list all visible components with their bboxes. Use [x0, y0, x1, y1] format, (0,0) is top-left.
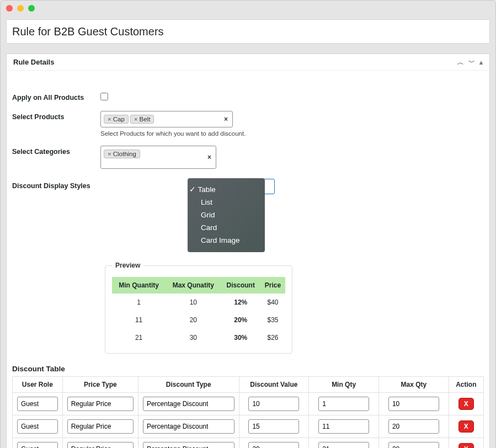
preview-header: Max Qunatity	[166, 277, 221, 294]
discount-header: Min Qty	[309, 377, 379, 393]
max-qty-input[interactable]	[388, 397, 439, 411]
preview-row: 11012%$40	[112, 294, 285, 311]
preview-row: 213030%$26	[112, 329, 285, 346]
discount-header: Max Qty	[379, 377, 449, 393]
panel-header: Rule Details ︿ ﹀ ▴	[7, 54, 489, 71]
delete-row-button[interactable]: X	[458, 398, 474, 410]
display-style-option[interactable]: List	[188, 196, 265, 209]
panel-title: Rule Details	[13, 58, 54, 66]
discount-header: Discount Type	[138, 377, 239, 393]
preview-fieldset: Preview Min QuantityMax QunatityDiscount…	[105, 262, 292, 354]
titlebar	[1, 1, 495, 16]
rule-details-panel: Rule Details ︿ ﹀ ▴ Apply on All Products…	[6, 54, 490, 448]
app-window: Rule for B2B Guest Customers Rule Detail…	[0, 0, 496, 448]
delete-row-button[interactable]: X	[458, 420, 474, 433]
products-clear-icon[interactable]: ×	[224, 115, 228, 123]
products-tagbox[interactable]: ×Cap×Belt×	[100, 111, 233, 127]
preview-header: Min Quantity	[112, 277, 166, 294]
page-title: Rule for B2B Guest Customers	[6, 19, 490, 44]
discount-value-input[interactable]	[248, 419, 299, 434]
preview-header: Price	[260, 277, 285, 294]
discount-header: Discount Value	[239, 377, 309, 393]
price-type-select[interactable]: Regular Price	[67, 442, 134, 448]
user-role-select[interactable]: Guest	[17, 442, 58, 448]
panel-toggle-icon[interactable]: ▴	[479, 59, 483, 66]
categories-tagbox[interactable]: ×Clothing×	[100, 146, 216, 169]
discount-type-select[interactable]: Percentage Discount	[143, 442, 234, 448]
display-style-option[interactable]: Card Image	[188, 234, 265, 247]
display-style-option[interactable]: Grid	[188, 209, 265, 221]
discount-header: Price Type	[62, 377, 138, 393]
display-style-option[interactable]: Card	[188, 221, 265, 234]
discount-header: User Role	[13, 377, 63, 393]
user-role-select[interactable]: Guest	[17, 397, 58, 411]
discount-row: GuestRegular PricePercentage DiscountX	[13, 415, 484, 438]
max-qty-input[interactable]	[388, 419, 439, 434]
categories-clear-icon[interactable]: ×	[207, 153, 211, 161]
discount-table-title: Discount Table	[12, 365, 484, 373]
preview-header: Discount	[221, 277, 260, 294]
delete-row-button[interactable]: X	[458, 443, 474, 448]
min-qty-input[interactable]	[318, 442, 369, 448]
maximize-icon[interactable]	[28, 5, 35, 12]
min-qty-input[interactable]	[318, 419, 369, 434]
products-help-text: Select Products for which you want to ad…	[100, 130, 484, 137]
user-role-select[interactable]: Guest	[17, 419, 58, 434]
price-type-select[interactable]: Regular Price	[67, 419, 134, 434]
discount-value-input[interactable]	[248, 397, 299, 411]
discount-row: GuestRegular PricePercentage DiscountX	[13, 438, 484, 449]
product-tag[interactable]: ×Cap	[104, 115, 129, 124]
display-style-option[interactable]: Table	[188, 183, 265, 196]
minimize-icon[interactable]	[17, 5, 24, 12]
apply-all-label: Apply on All Products	[12, 92, 100, 102]
price-type-select[interactable]: Regular Price	[67, 397, 134, 411]
discount-type-select[interactable]: Percentage Discount	[143, 419, 234, 434]
select-products-label: Select Products	[12, 111, 100, 121]
panel-expand-icon[interactable]: ﹀	[468, 59, 475, 66]
apply-all-checkbox[interactable]	[100, 93, 108, 100]
display-styles-dropdown[interactable]: TableListGridCardCard Image	[188, 178, 265, 252]
min-qty-input[interactable]	[318, 397, 369, 411]
product-tag[interactable]: ×Belt	[130, 115, 154, 124]
display-styles-label: Discount Display Styles	[12, 180, 100, 190]
preview-legend: Preview	[112, 262, 143, 269]
close-icon[interactable]	[6, 5, 13, 12]
panel-collapse-icon[interactable]: ︿	[457, 59, 464, 66]
preview-table: Min QuantityMax QunatityDiscountPrice 11…	[112, 277, 285, 346]
select-categories-label: Select Categories	[12, 146, 100, 156]
discount-row: GuestRegular PricePercentage DiscountX	[13, 393, 484, 415]
max-qty-input[interactable]	[388, 442, 439, 448]
discount-table: User RolePrice TypeDiscount TypeDiscount…	[12, 376, 484, 448]
discount-header: Action	[449, 377, 483, 393]
discount-value-input[interactable]	[248, 442, 299, 448]
preview-row: 112020%$35	[112, 311, 285, 329]
category-tag[interactable]: ×Clothing	[104, 150, 140, 158]
discount-type-select[interactable]: Percentage Discount	[143, 397, 234, 411]
